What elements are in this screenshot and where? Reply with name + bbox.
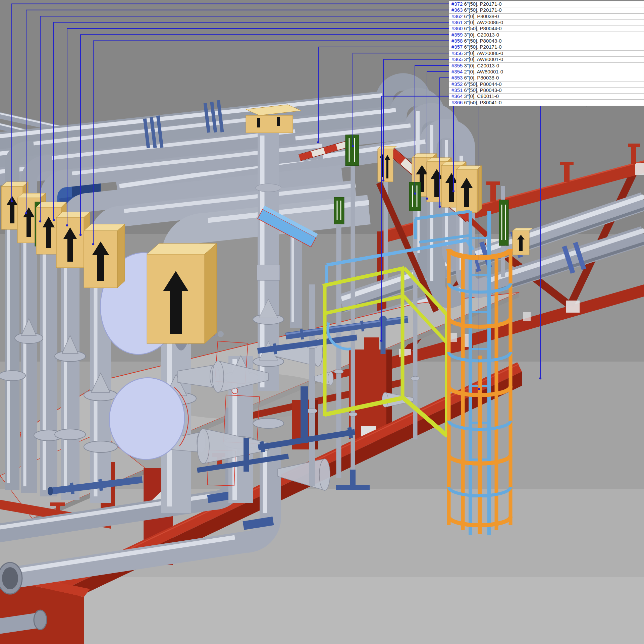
annotation-id: #361 bbox=[451, 19, 463, 25]
annotation-spec: 6"[0], P80038-0 bbox=[464, 13, 499, 19]
annotation-row[interactable]: #355 3"[0], C20013-0 bbox=[449, 63, 644, 69]
annotation-spec: 3"[0], AW20086-0 bbox=[464, 50, 503, 56]
annotation-id: #360 bbox=[451, 25, 463, 31]
annotation-id: #364 bbox=[451, 93, 463, 99]
annotation-row[interactable]: #372 6"[50], P20171-0 bbox=[449, 1, 644, 7]
annotation-spec: 3"[0], AW80001-0 bbox=[464, 56, 503, 62]
annotation-id: #353 bbox=[451, 75, 463, 80]
annotation-spec: 6"[50], P80041-0 bbox=[464, 100, 502, 105]
annotation-id: #358 bbox=[451, 38, 463, 44]
annotation-row[interactable]: #361 3"[0], AW20086-0 bbox=[449, 19, 644, 26]
annotation-row[interactable]: #359 3"[0], C20013-0 bbox=[449, 32, 644, 38]
annotation-id: #351 bbox=[451, 87, 463, 93]
annotation-spec: 6"[50], P80043-0 bbox=[464, 87, 502, 93]
annotation-spec: 6"[50], P20171-0 bbox=[464, 7, 502, 13]
annotation-id: #355 bbox=[451, 63, 463, 68]
annotation-row[interactable]: #351 6"[50], P80043-0 bbox=[449, 87, 644, 94]
annotation-spec: 6"[50], P80044-0 bbox=[464, 81, 502, 87]
cad-viewport[interactable]: #372 6"[50], P20171-0#363 6"[50], P20171… bbox=[0, 0, 644, 644]
annotation-spec: 3"[0], C20013-0 bbox=[464, 63, 499, 68]
annotation-row[interactable]: #356 3"[0], AW20086-0 bbox=[449, 50, 644, 57]
annotation-spec: 6"[0], P80038-0 bbox=[464, 75, 499, 80]
annotation-spec: 3"[0], C20013-0 bbox=[464, 32, 499, 38]
annotation-row[interactable]: #365 3"[0], AW80001-0 bbox=[449, 56, 644, 63]
annotation-id: #372 bbox=[451, 1, 463, 7]
annotation-id: #365 bbox=[451, 56, 463, 62]
annotation-spec: 2"[0], AW80001-0 bbox=[464, 69, 503, 74]
annotation-row[interactable]: #360 6"[50], P80044-0 bbox=[449, 25, 644, 32]
annotation-row[interactable]: #353 6"[0], P80038-0 bbox=[449, 75, 644, 81]
annotation-id: #357 bbox=[451, 44, 463, 50]
annotation-id: #352 bbox=[451, 81, 463, 87]
annotation-id: #362 bbox=[451, 13, 463, 19]
annotation-row[interactable]: #352 6"[50], P80044-0 bbox=[449, 81, 644, 88]
annotation-spec: 6"[50], P20171-0 bbox=[464, 1, 502, 7]
annotation-id: #356 bbox=[451, 50, 463, 56]
annotation-spec: 3"[0], C80011-0 bbox=[464, 93, 499, 99]
annotation-spec: 6"[50], P80044-0 bbox=[464, 25, 502, 31]
annotation-row[interactable]: #357 6"[50], P20171-0 bbox=[449, 44, 644, 50]
annotation-id: #363 bbox=[451, 7, 463, 13]
annotation-row[interactable]: #362 6"[0], P80038-0 bbox=[449, 13, 644, 20]
annotation-list: #372 6"[50], P20171-0#363 6"[50], P20171… bbox=[0, 0, 644, 111]
annotation-id: #366 bbox=[451, 100, 463, 105]
annotation-spec: 6"[50], P20171-0 bbox=[464, 44, 502, 50]
annotation-row[interactable]: #358 6"[50], P80043-0 bbox=[449, 38, 644, 44]
annotation-id: #354 bbox=[451, 69, 463, 74]
annotation-row[interactable]: #363 6"[50], P20171-0 bbox=[449, 7, 644, 13]
annotation-spec: 6"[50], P80043-0 bbox=[464, 38, 502, 44]
annotation-row[interactable]: #366 6"[50], P80041-0 bbox=[449, 100, 644, 106]
annotation-id: #359 bbox=[451, 32, 463, 38]
annotation-row[interactable]: #354 2"[0], AW80001-0 bbox=[449, 69, 644, 75]
annotation-row[interactable]: #364 3"[0], C80011-0 bbox=[449, 93, 644, 100]
annotation-spec: 3"[0], AW20086-0 bbox=[464, 19, 503, 25]
